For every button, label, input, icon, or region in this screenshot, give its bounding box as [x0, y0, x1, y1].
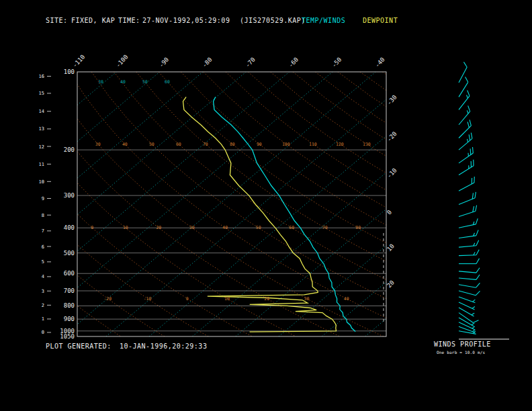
svg-text:40: 40: [120, 79, 126, 85]
svg-text:12: 12: [39, 144, 44, 150]
svg-text:15: 15: [39, 91, 44, 96]
winds-scale-note: One barb = 10.0 m/s: [437, 350, 485, 355]
inner-top-labels: 30405060: [98, 79, 170, 85]
svg-text:-80: -80: [201, 56, 213, 69]
svg-text:4: 4: [42, 274, 44, 279]
svg-text:-90: -90: [158, 56, 170, 69]
svg-text:50: 50: [142, 79, 148, 85]
svg-text:14: 14: [39, 109, 44, 114]
svg-text:-10: -10: [144, 296, 152, 302]
svg-text:3: 3: [42, 289, 44, 294]
svg-text:-110: -110: [71, 54, 86, 69]
svg-text:-60: -60: [287, 56, 300, 69]
svg-text:90: 90: [257, 142, 262, 147]
svg-text:-70: -70: [244, 56, 256, 69]
svg-text:50: 50: [256, 225, 261, 230]
file-name: (JIS270529.KAP): [240, 17, 306, 24]
pressure-labels: 10020030040050060070080090010001050: [60, 68, 75, 340]
site-value: FIXED, KAP: [71, 17, 115, 24]
svg-text:1: 1: [42, 316, 44, 322]
svg-text:600: 600: [64, 270, 75, 277]
wind-profile-barbs: [459, 62, 480, 334]
temp-winds-legend: TEMP/WINDS: [302, 17, 345, 24]
svg-text:-50: -50: [330, 56, 343, 69]
svg-text:700: 700: [64, 287, 75, 294]
time-value: 27-NOV-1992,05:29:09: [142, 17, 230, 24]
svg-text:0: 0: [386, 209, 393, 216]
svg-text:7: 7: [42, 228, 44, 234]
svg-text:10: 10: [386, 242, 396, 253]
svg-text:40: 40: [222, 225, 228, 230]
svg-text:-10: -10: [386, 167, 398, 179]
svg-text:40: 40: [344, 296, 349, 302]
dewpoint-legend: DEWPOINT: [363, 17, 398, 24]
svg-text:100: 100: [64, 68, 75, 75]
svg-text:40: 40: [122, 142, 128, 147]
svg-text:20: 20: [156, 225, 161, 230]
isotherm-right-labels: -30-20-1001020: [386, 94, 398, 289]
svg-text:0: 0: [42, 330, 44, 335]
svg-text:120: 120: [336, 142, 344, 147]
winds-profile-title: WINDS PROFILE: [434, 340, 491, 348]
svg-text:30: 30: [189, 225, 195, 230]
svg-text:60: 60: [165, 79, 170, 85]
svg-text:1050: 1050: [60, 333, 75, 340]
svg-text:20: 20: [386, 279, 396, 289]
sounding-display: 3040506070809010011012013001020304050607…: [0, 0, 532, 411]
svg-text:200: 200: [64, 146, 75, 153]
svg-text:130: 130: [363, 142, 371, 147]
svg-text:70: 70: [203, 142, 208, 147]
height-axis: 161514131211109876543210: [39, 74, 51, 335]
svg-text:0: 0: [186, 296, 189, 302]
svg-text:80: 80: [355, 225, 361, 230]
isotherm-top-labels: -110-100-90-80-70-60-50-40: [71, 54, 386, 69]
svg-text:30: 30: [98, 79, 103, 85]
svg-text:2: 2: [42, 303, 44, 308]
dewpoint-trace: [183, 97, 337, 332]
svg-text:-20: -20: [103, 296, 112, 302]
svg-text:-100: -100: [115, 54, 130, 69]
svg-text:60: 60: [176, 142, 181, 147]
time-label: TIME:: [118, 17, 140, 24]
svg-text:16: 16: [39, 74, 44, 79]
plot-generated-value: 10-JAN-1996,20:29:33: [120, 342, 207, 350]
svg-text:500: 500: [64, 250, 75, 257]
svg-text:300: 300: [64, 192, 75, 199]
svg-text:100: 100: [282, 142, 290, 147]
svg-text:13: 13: [39, 126, 44, 132]
svg-text:-30: -30: [386, 94, 398, 107]
svg-text:80: 80: [230, 142, 235, 147]
svg-text:10: 10: [224, 296, 230, 302]
svg-text:0: 0: [91, 225, 93, 230]
svg-text:20: 20: [264, 296, 269, 302]
svg-text:5: 5: [42, 259, 44, 265]
svg-text:900: 900: [64, 316, 75, 322]
svg-text:110: 110: [309, 142, 317, 147]
svg-text:10: 10: [39, 179, 44, 185]
svg-text:9: 9: [42, 196, 44, 201]
svg-text:-20: -20: [386, 130, 398, 143]
plot-generated-label: PLOT GENERATED:: [46, 342, 112, 350]
svg-text:8: 8: [42, 213, 44, 218]
svg-text:30: 30: [95, 142, 101, 147]
svg-text:-40: -40: [373, 56, 386, 69]
svg-text:70: 70: [322, 225, 328, 230]
svg-text:10: 10: [123, 225, 128, 230]
svg-text:11: 11: [39, 162, 44, 167]
site-label: SITE:: [46, 17, 68, 24]
svg-text:60: 60: [289, 225, 294, 230]
svg-text:30: 30: [304, 296, 310, 302]
svg-text:400: 400: [64, 224, 75, 231]
svg-text:800: 800: [64, 302, 75, 309]
svg-text:6: 6: [42, 244, 44, 250]
svg-text:50: 50: [149, 142, 154, 147]
temperature-trace: [214, 97, 355, 331]
